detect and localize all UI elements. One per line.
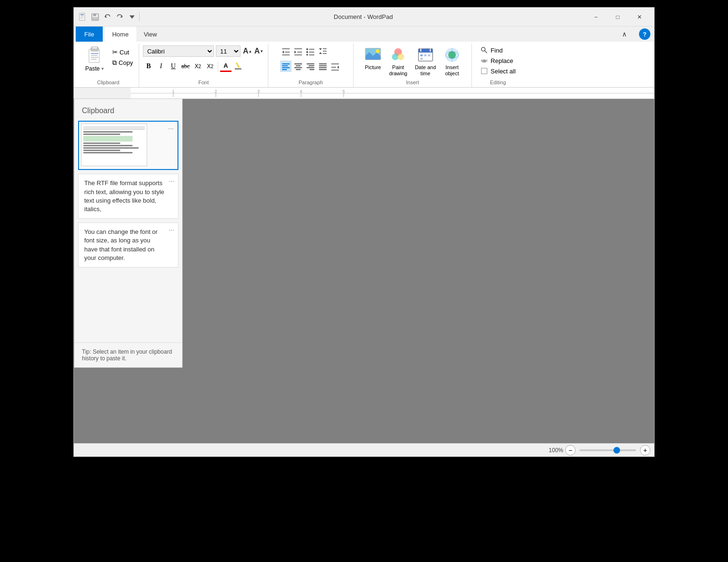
svg-text:1: 1: [172, 89, 174, 94]
clipboard-item-2-menu[interactable]: ···: [169, 177, 174, 185]
bullets-button[interactable]: [305, 45, 316, 57]
svg-text:2: 2: [214, 89, 217, 94]
clipboard-panel: Clipboard ···: [74, 99, 183, 368]
clipboard-item-1[interactable]: ···: [78, 121, 178, 170]
picture-button[interactable]: Picture: [362, 45, 384, 71]
paste-dropdown-arrow[interactable]: ▼: [101, 67, 105, 71]
align-left-button[interactable]: [280, 61, 292, 72]
replace-button[interactable]: abac Replace: [478, 56, 519, 65]
date-time-button[interactable]: Date andtime: [412, 45, 439, 78]
title-bar: Document - WordPad − □ ✕: [74, 8, 654, 27]
svg-rect-1: [80, 14, 84, 15]
svg-rect-15: [91, 55, 98, 56]
clipboard-group: Paste ▼ ✂ Cut ⧉ Copy Clipboard: [78, 44, 139, 87]
svg-point-77: [481, 47, 485, 51]
font-family-select[interactable]: Calibri: [143, 45, 214, 57]
increase-indent-button[interactable]: [293, 45, 304, 57]
line-spacing-button[interactable]: [317, 45, 328, 57]
bold-button[interactable]: B: [143, 61, 154, 72]
svg-rect-70: [424, 54, 426, 56]
svg-rect-82: [481, 68, 487, 74]
redo-icon[interactable]: [115, 12, 125, 22]
home-tab[interactable]: Home: [105, 27, 136, 42]
replace-icon: abac: [480, 57, 488, 64]
clipboard-panel-title: Clipboard: [74, 99, 182, 121]
minimize-button[interactable]: −: [585, 9, 607, 25]
file-tab[interactable]: File: [76, 27, 103, 42]
document-area[interactable]: Clipboard ···: [74, 99, 654, 443]
window-title: Document - WordPad: [142, 13, 585, 20]
help-button[interactable]: ?: [639, 28, 650, 40]
strikethrough-button[interactable]: abc: [180, 61, 191, 72]
ruler-inner: 1 2 3 4 5: [131, 88, 654, 98]
font-group-content: Calibri 11 A▲ A▼ B I U abc X2 X: [143, 44, 264, 80]
copy-button[interactable]: ⧉ Copy: [110, 58, 135, 68]
clipboard-item-3[interactable]: ··· You can change the font or font size…: [78, 223, 178, 268]
paragraph-group: Paragraph: [268, 44, 354, 87]
clipboard-item-3-menu[interactable]: ···: [169, 226, 174, 233]
editing-group: Find abac Replace Select all Editing: [472, 44, 524, 87]
status-bar: 100% − +: [74, 443, 654, 456]
clipboard-item-2[interactable]: ··· The RTF file format supports rich te…: [78, 174, 178, 219]
zoom-slider-track[interactable]: [579, 449, 636, 451]
undo-icon[interactable]: [102, 12, 113, 22]
view-tab[interactable]: View: [136, 27, 165, 42]
svg-rect-14: [91, 53, 98, 54]
paragraph-group-content: [280, 44, 341, 80]
collapse-ribbon-button[interactable]: ∧: [613, 27, 635, 42]
italic-button[interactable]: I: [155, 61, 167, 72]
font-color-button[interactable]: A: [220, 61, 231, 72]
clipboard-item-1-menu[interactable]: ···: [168, 125, 174, 132]
insert-group: Picture Paintdrawing: [354, 44, 472, 87]
insert-object-icon: [444, 46, 461, 63]
clipboard-item-2-text: The RTF file format supports rich text, …: [79, 174, 178, 218]
font-size-select[interactable]: 11: [216, 45, 240, 57]
font-row2: B I U abc X2 X2 A: [143, 61, 244, 72]
clipboard-group-label: Clipboard: [81, 80, 135, 87]
insert-object-button[interactable]: Insertobject: [441, 45, 463, 78]
select-all-button[interactable]: Select all: [478, 66, 519, 76]
svg-rect-2: [80, 16, 84, 16]
close-button[interactable]: ✕: [629, 9, 650, 25]
svg-rect-4: [80, 18, 83, 19]
svg-marker-10: [130, 15, 135, 18]
highlight-button[interactable]: [232, 61, 244, 72]
save-icon[interactable]: [90, 12, 100, 22]
paint-drawing-button[interactable]: Paintdrawing: [386, 45, 410, 78]
svg-rect-7: [93, 18, 98, 20]
cut-label: Cut: [120, 49, 129, 56]
svg-point-29: [306, 51, 308, 53]
replace-label: Replace: [491, 57, 514, 64]
zoom-in-button[interactable]: +: [640, 445, 650, 455]
underline-button[interactable]: U: [168, 61, 179, 72]
paste-icon: [86, 46, 103, 65]
zoom-percent: 100%: [549, 447, 563, 454]
decrease-indent-button[interactable]: [280, 45, 292, 57]
paste-button[interactable]: Paste ▼: [81, 45, 108, 73]
right-to-left-button[interactable]: [329, 61, 341, 72]
find-button[interactable]: Find: [478, 45, 519, 55]
svg-rect-16: [91, 57, 98, 58]
copy-icon: ⧉: [112, 59, 117, 67]
align-right-button[interactable]: [305, 61, 316, 72]
paragraph-group-label: Paragraph: [272, 80, 349, 87]
superscript-button[interactable]: X2: [204, 61, 216, 72]
copy-label: Copy: [119, 59, 133, 66]
decrease-font-size-button[interactable]: A▼: [254, 46, 264, 56]
ribbon-collapse-area: ∧ ?: [613, 27, 652, 42]
quick-access-dropdown-icon[interactable]: [127, 12, 137, 22]
increase-font-size-button[interactable]: A▲: [242, 46, 253, 56]
zoom-out-button[interactable]: −: [565, 445, 576, 455]
cut-button[interactable]: ✂ Cut: [110, 47, 135, 57]
svg-text:3: 3: [257, 89, 259, 94]
clipboard-small-buttons: ✂ Cut ⧉ Copy: [110, 47, 135, 68]
date-time-icon: [417, 46, 434, 63]
clipboard-tip: Tip: Select an item in your clipboard hi…: [74, 342, 182, 367]
quick-access-toolbar: [78, 12, 137, 22]
svg-rect-3: [80, 17, 84, 18]
maximize-button[interactable]: □: [607, 9, 629, 25]
justify-button[interactable]: [317, 61, 328, 72]
subscript-button[interactable]: X2: [192, 61, 204, 72]
zoom-slider-thumb[interactable]: [613, 447, 620, 454]
align-center-button[interactable]: [293, 61, 304, 72]
